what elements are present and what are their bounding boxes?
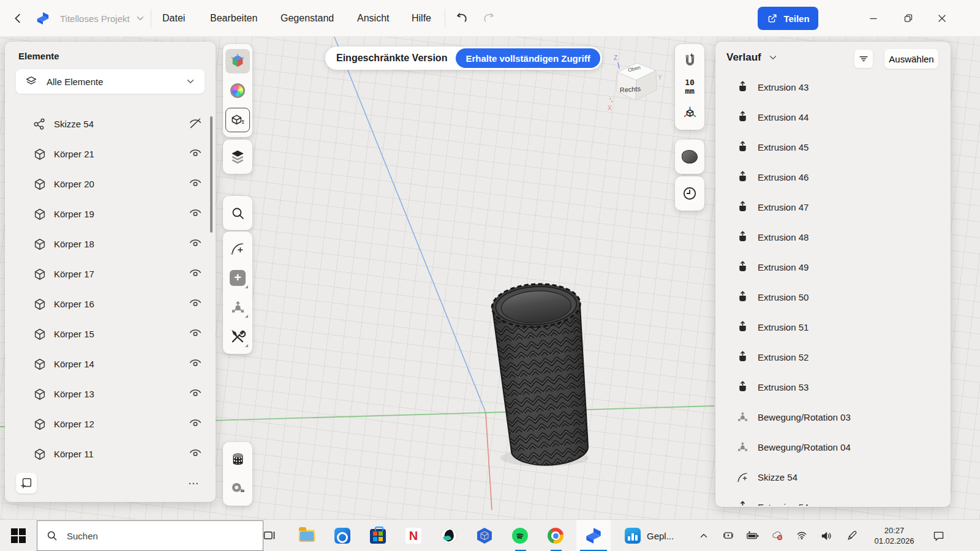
view-cube[interactable]: Z Oben Rechts Y X	[605, 51, 664, 113]
search-button[interactable]	[225, 201, 250, 225]
visibility-toggle[interactable]	[189, 417, 202, 430]
taskbar-file-explorer[interactable]	[290, 520, 324, 551]
element-row[interactable]: Körper 15	[5, 319, 216, 349]
add-tool-button[interactable]: +	[225, 266, 250, 290]
history-row[interactable]: Extrusion 43	[715, 72, 951, 102]
history-row[interactable]: Extrusion 44	[715, 102, 951, 132]
element-row[interactable]: Körper 16	[5, 289, 216, 319]
history-row[interactable]: Extrusion 46	[715, 162, 951, 192]
history-row[interactable]: Extrusion 45	[715, 132, 951, 162]
back-button[interactable]	[9, 9, 28, 28]
history-row[interactable]: Bewegung/Rotation 04	[715, 432, 951, 462]
visibility-toggle[interactable]	[189, 327, 202, 340]
visibility-toggle[interactable]	[189, 147, 202, 160]
taskbar-pinned-app[interactable]: Gepl...	[617, 520, 688, 551]
transform-tool-button[interactable]	[225, 295, 250, 320]
measure-tape-button[interactable]	[225, 476, 250, 501]
elements-filter-dropdown[interactable]: Alle Elemente	[16, 69, 205, 94]
elements-scrollbar[interactable]	[210, 116, 213, 233]
tray-onedrive[interactable]	[766, 520, 789, 551]
menu-bearbeiten[interactable]: Bearbeiten	[210, 0, 257, 37]
appearance-button[interactable]	[225, 78, 250, 103]
project-title-dropdown[interactable]: Titelloses Projekt	[60, 0, 146, 37]
tray-expand-button[interactable]	[693, 520, 714, 551]
element-row[interactable]: Körper 21	[5, 139, 216, 169]
select-button[interactable]: Auswählen	[884, 49, 938, 69]
material-button[interactable]	[225, 447, 250, 471]
undo-button[interactable]	[452, 9, 472, 28]
restore-button[interactable]	[894, 0, 922, 36]
element-row[interactable]: Skizze 54	[5, 109, 216, 139]
history-row[interactable]: Extrusion 48	[715, 222, 951, 252]
history-title-dropdown[interactable]: Verlauf	[726, 51, 778, 64]
taskbar-orca-slicer[interactable]	[432, 520, 466, 551]
visibility-toggle[interactable]	[189, 357, 202, 370]
layers-button[interactable]	[225, 144, 250, 169]
history-row[interactable]: Bewegung/Rotation 03	[715, 402, 951, 432]
taskbar-outlook[interactable]	[325, 520, 360, 551]
taskbar-spotify[interactable]	[503, 520, 537, 551]
tray-network[interactable]	[790, 520, 813, 551]
element-row[interactable]: Körper 18	[5, 229, 216, 259]
taskbar-clock[interactable]: 20:27 01.02.2026	[869, 520, 920, 551]
element-row[interactable]: Körper 12	[5, 409, 216, 439]
tools-button[interactable]	[225, 324, 250, 349]
add-plane-button[interactable]	[16, 473, 37, 493]
visibility-toggle[interactable]	[189, 177, 202, 190]
tray-battery[interactable]	[741, 520, 764, 551]
visibility-toggle[interactable]	[189, 297, 202, 310]
history-row[interactable]: Extrusion 51	[715, 312, 951, 342]
history-row[interactable]: Extrusion 52	[715, 342, 951, 372]
history-button[interactable]	[677, 181, 702, 206]
task-view-button[interactable]	[254, 520, 285, 551]
visibility-toggle[interactable]	[189, 447, 202, 460]
taskbar-cube-slicer[interactable]	[467, 520, 502, 551]
visibility-toggle[interactable]	[189, 117, 202, 130]
share-button[interactable]: Teilen	[758, 7, 818, 30]
start-button[interactable]	[5, 520, 32, 551]
taskbar-chrome[interactable]	[538, 520, 573, 551]
history-row[interactable]: Extrusion 49	[715, 252, 951, 282]
taskbar-netflix[interactable]: N	[396, 520, 431, 551]
measure-mode-button[interactable]	[225, 108, 250, 132]
menu-gegenstand[interactable]: Gegenstand	[281, 0, 334, 37]
element-row[interactable]: Körper 13	[5, 379, 216, 409]
element-row[interactable]: Körper 11	[5, 439, 216, 462]
element-row[interactable]: Körper 17	[5, 259, 216, 289]
history-row[interactable]: Extrusion 53	[715, 372, 951, 402]
redo-button[interactable]	[479, 9, 499, 28]
render-mode-button[interactable]	[225, 49, 250, 73]
visibility-toggle[interactable]	[189, 237, 202, 250]
history-row[interactable]: Extrusion 47	[715, 192, 951, 222]
sketch-tool-button[interactable]	[225, 236, 250, 261]
menu-hilfe[interactable]: Hilfe	[412, 0, 431, 37]
minimize-button[interactable]	[859, 0, 888, 36]
taskbar-microsoft-store[interactable]	[361, 520, 395, 551]
tray-connect[interactable]	[717, 520, 740, 551]
elements-more-button[interactable]: ⋯	[183, 475, 205, 491]
close-button[interactable]	[928, 0, 956, 36]
element-row[interactable]: Körper 19	[5, 199, 216, 229]
history-row[interactable]: Extrusion 50	[715, 282, 951, 312]
taskbar-shapr3d[interactable]	[576, 520, 611, 551]
visibility-toggle[interactable]	[189, 207, 202, 220]
taskbar-search-input[interactable]: Suchen	[37, 520, 263, 551]
element-row[interactable]: Körper 20	[5, 169, 216, 199]
menu-datei[interactable]: Datei	[162, 0, 185, 37]
history-row[interactable]: Extrusion 54	[715, 492, 951, 506]
history-row[interactable]: Skizze 54	[715, 462, 951, 492]
get-full-access-button[interactable]: Erhalte vollständigen Zugriff	[456, 48, 600, 68]
axis-orientation-button[interactable]	[677, 100, 702, 125]
tray-volume[interactable]	[815, 520, 838, 551]
tray-pen[interactable]	[840, 520, 864, 551]
menu-ansicht[interactable]: Ansicht	[357, 0, 389, 37]
shading-mode-button[interactable]	[677, 144, 702, 169]
grid-size-value[interactable]: 10 mm	[685, 78, 695, 96]
snap-button[interactable]	[677, 49, 702, 73]
notification-center-button[interactable]	[925, 520, 952, 551]
visibility-toggle[interactable]	[189, 387, 202, 400]
visibility-toggle[interactable]	[189, 267, 202, 280]
model-knurled-cylinder[interactable]	[481, 268, 597, 473]
element-row[interactable]: Körper 14	[5, 349, 216, 379]
history-filter-button[interactable]	[854, 50, 873, 68]
